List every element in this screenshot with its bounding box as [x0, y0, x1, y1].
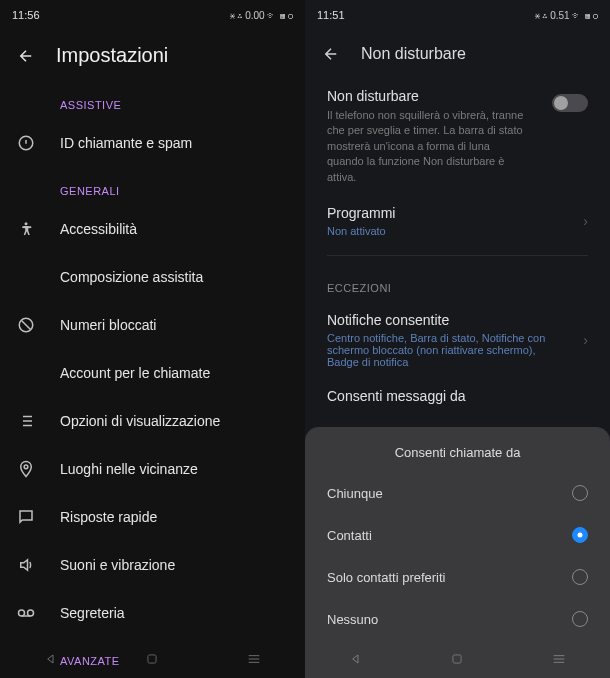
location-icon [16, 459, 36, 479]
status-icons: ⚹ ⁂ 0.51 ᯤ ▦ ▢ [535, 10, 598, 21]
list-icon [16, 411, 36, 431]
sheet-title: Consenti chiamate da [305, 445, 610, 460]
spacer-icon [16, 363, 36, 383]
spacer-icon [16, 267, 36, 287]
radio-label: Chiunque [327, 486, 383, 501]
item-assisted-dialing[interactable]: Composizione assistita [0, 253, 305, 301]
item-sounds-vibration[interactable]: Suoni e vibrazione [0, 541, 305, 589]
radio-preferiti[interactable]: Solo contatti preferiti [305, 556, 610, 598]
status-icons: ⚹ ⁂ 0.00 ᯤ ▦ ▢ [230, 10, 293, 21]
bottom-sheet-calls: Consenti chiamate da Chiunque Contatti S… [305, 427, 610, 640]
back-button[interactable] [16, 46, 36, 66]
item-quick-responses[interactable]: Risposte rapide [0, 493, 305, 541]
radio-icon [572, 569, 588, 585]
radio-label: Solo contatti preferiti [327, 570, 446, 585]
svg-point-5 [28, 610, 34, 616]
status-time: 11:56 [12, 9, 40, 21]
messaggi-row[interactable]: Consenti messaggi da [305, 378, 610, 418]
dnd-title: Non disturbare [327, 88, 527, 104]
nav-recent[interactable] [246, 651, 262, 667]
item-label: ID chiamante e spam [60, 135, 192, 151]
programmi-sub: Non attivato [327, 225, 395, 237]
item-display-options[interactable]: Opzioni di visualizzazione [0, 397, 305, 445]
radio-contatti[interactable]: Contatti [305, 514, 610, 556]
svg-point-3 [24, 465, 28, 469]
svg-point-1 [25, 222, 28, 225]
radio-label: Contatti [327, 528, 372, 543]
item-label: Suoni e vibrazione [60, 557, 175, 573]
accessibility-icon [16, 219, 36, 239]
item-label: Numeri bloccati [60, 317, 156, 333]
screen-dnd: 11:51 ⚹ ⁂ 0.51 ᯤ ▦ ▢ Non disturbare Non … [305, 0, 610, 678]
svg-rect-6 [148, 655, 156, 663]
notifiche-title: Notifiche consentite [327, 312, 557, 328]
section-header-eccezioni: ECCEZIONI [305, 264, 610, 302]
dnd-desc: Il telefono non squillerà o vibrerà, tra… [327, 108, 527, 185]
status-bar: 11:56 ⚹ ⁂ 0.00 ᯤ ▦ ▢ [0, 0, 305, 30]
item-nearby-places[interactable]: Luoghi nelle vicinanze [0, 445, 305, 493]
svg-point-4 [19, 610, 25, 616]
item-label: Accessibilità [60, 221, 137, 237]
item-label: Risposte rapide [60, 509, 157, 525]
chevron-right-icon: › [583, 332, 588, 348]
item-accessibility[interactable]: Accessibilità [0, 205, 305, 253]
radio-icon-checked [572, 527, 588, 543]
arrow-left-icon [322, 45, 340, 63]
radio-icon [572, 485, 588, 501]
radio-nessuno[interactable]: Nessuno [305, 598, 610, 640]
nav-recent[interactable] [551, 651, 567, 667]
item-label: Composizione assistita [60, 269, 203, 285]
chat-icon [16, 507, 36, 527]
item-voicemail[interactable]: Segreteria [0, 589, 305, 637]
page-title: Non disturbare [361, 45, 466, 63]
voicemail-icon [16, 603, 36, 623]
item-blocked-numbers[interactable]: Numeri bloccati [0, 301, 305, 349]
item-caller-id-spam[interactable]: ID chiamante e spam [0, 119, 305, 167]
nav-back[interactable] [348, 651, 364, 667]
nav-home[interactable] [145, 652, 159, 666]
arrow-left-icon [17, 47, 35, 65]
back-button[interactable] [321, 44, 341, 64]
info-icon [16, 133, 36, 153]
nav-home[interactable] [450, 652, 464, 666]
item-calling-accounts[interactable]: Account per le chiamate [0, 349, 305, 397]
item-label: Luoghi nelle vicinanze [60, 461, 198, 477]
status-bar: 11:51 ⚹ ⁂ 0.51 ᯤ ▦ ▢ [305, 0, 610, 30]
page-title: Impostazioni [56, 44, 168, 67]
nav-bar [0, 640, 305, 678]
radio-chiunque[interactable]: Chiunque [305, 472, 610, 514]
radio-icon [572, 611, 588, 627]
screen-settings: 11:56 ⚹ ⁂ 0.00 ᯤ ▦ ▢ Impostazioni ASSIST… [0, 0, 305, 678]
item-label: Account per le chiamate [60, 365, 210, 381]
item-label: Segreteria [60, 605, 125, 621]
header: Non disturbare [305, 30, 610, 78]
dnd-toggle-row[interactable]: Non disturbare Il telefono non squillerà… [305, 78, 610, 195]
dnd-toggle[interactable] [552, 94, 588, 112]
programmi-row[interactable]: Programmi Non attivato › [305, 195, 610, 247]
section-header-generali: GENERALI [0, 167, 305, 205]
divider [327, 255, 588, 256]
messaggi-title: Consenti messaggi da [327, 388, 588, 404]
section-header-assistive: ASSISTIVE [0, 81, 305, 119]
volume-icon [16, 555, 36, 575]
nav-bar [305, 640, 610, 678]
notifiche-sub: Centro notifiche, Barra di stato, Notifi… [327, 332, 557, 368]
nav-back[interactable] [43, 651, 59, 667]
status-time: 11:51 [317, 9, 345, 21]
svg-rect-7 [453, 655, 461, 663]
notifiche-row[interactable]: Notifiche consentite Centro notifiche, B… [305, 302, 610, 378]
header: Impostazioni [0, 30, 305, 81]
item-label: Opzioni di visualizzazione [60, 413, 220, 429]
radio-label: Nessuno [327, 612, 378, 627]
programmi-title: Programmi [327, 205, 395, 221]
block-icon [16, 315, 36, 335]
chevron-right-icon: › [583, 213, 588, 229]
